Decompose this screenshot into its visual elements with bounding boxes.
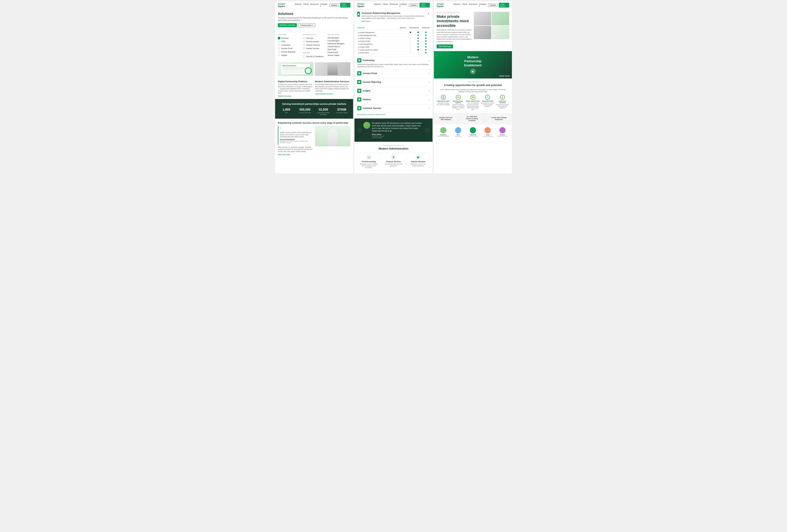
mega-private-equity[interactable]: Private Equity [327, 51, 350, 54]
mega-insights[interactable]: Insights [278, 53, 301, 57]
testimonial-title: Empowering customer success, across ever… [278, 121, 350, 125]
feature-icon [357, 58, 361, 62]
feature-header[interactable]: Platform ▾ [357, 97, 430, 102]
value-title: Build customer trust [466, 101, 480, 102]
crm-icon [278, 40, 280, 43]
dot-full [425, 40, 427, 42]
value-icon: 🤲 [470, 95, 475, 99]
nav2-clients[interactable]: Clients [383, 3, 388, 7]
col-enterprise: Enterprise [422, 27, 430, 28]
logo3: Juniper Square [437, 3, 450, 7]
nav3-clients[interactable]: Clients [462, 3, 467, 7]
expand-all-link[interactable]: Expand all [357, 26, 364, 29]
view-case-study-link[interactable]: View case study → [278, 154, 313, 155]
nav-right: Careers Learn more ▾ [329, 3, 350, 7]
digital-platform-feature: Digital Partnership Platform Providing G… [278, 80, 313, 97]
mega-venture-capital[interactable]: Venture Capital [327, 54, 350, 57]
nav-resources[interactable]: Resources [310, 3, 319, 7]
table-row: ▸ Investor Management [357, 31, 430, 34]
mega-treasury[interactable]: Treasury Services [303, 43, 325, 47]
mega-investor-reporting[interactable]: Investor Reporting [278, 50, 301, 53]
admin-card-desc: Delivering an end-to-end investor experi… [408, 163, 428, 167]
admin-card-icon: 📊 [366, 155, 371, 160]
table-row: ▸ Activity Tracking [357, 37, 430, 40]
pdf-download-link[interactable]: Download the summary of editions (PDF) [355, 113, 432, 117]
feature-header[interactable]: Investor Portal ▾ [357, 71, 430, 75]
stats-section: Serving investment partnerships across p… [275, 99, 353, 119]
solutions-title: Solutions [278, 12, 350, 16]
feature-section-investor-portal: Investor Portal ▾ [355, 69, 432, 78]
admin-card-icon: 🏦 [391, 155, 396, 160]
nav-company[interactable]: Company ▾ [320, 3, 327, 7]
admin-card-title: Investor Services [408, 161, 428, 162]
careers-hero-images [474, 12, 509, 48]
value-title: Think like an owner [437, 101, 450, 102]
nav2-cta[interactable]: Learn more ▾ [420, 3, 430, 7]
features-table: ▸ Investor Management ▸ Data Management … [357, 31, 430, 54]
nav-links: Solutions Clients Resources Company ▾ [295, 3, 327, 7]
mega-fund-accounting[interactable]: Fund Accounting [303, 40, 325, 43]
video-logo: Juniper Square [499, 75, 510, 77]
nav3-resources[interactable]: Resources [469, 3, 477, 7]
mega-fundraising[interactable]: Fundraising [278, 43, 301, 47]
value-item: 🏠 Think like an owner We build for the l… [437, 95, 450, 110]
nav3-careers[interactable]: Careers [488, 4, 497, 7]
mega-admin-overview[interactable]: Overview [303, 37, 325, 40]
mega-limited-partners[interactable]: Limited Partners [327, 45, 350, 48]
nav-clients[interactable]: Clients [303, 3, 309, 7]
testimonial-dark-section: ‹ We talked to every GP and sponsor in o… [355, 118, 432, 142]
mega-deal-managers[interactable]: Deal Managers [327, 37, 350, 39]
view-openings-button[interactable]: View Openings [437, 44, 453, 48]
stat-entities: 32,000 investment entities managed [315, 108, 332, 115]
nav3-solutions[interactable]: Solutions [453, 3, 461, 7]
svg-rect-1 [358, 60, 360, 61]
feature-header[interactable]: Insights ▾ [357, 89, 430, 93]
admin-card-desc: Streamlining capital calls and distribut… [384, 163, 403, 167]
mega-real-estate[interactable]: Real Estate [327, 48, 350, 51]
mega-overview[interactable]: Overview [278, 37, 301, 40]
testimonial-next-button[interactable]: › [426, 128, 430, 132]
mega-fund-managers[interactable]: Fund Managers [327, 39, 350, 42]
solutions-overview-button[interactable]: Solutions overview [278, 23, 297, 27]
stat-investor-accounts: 500,000 Investor accounts [296, 108, 314, 115]
table-row: ▸ Custom Fields [357, 46, 430, 48]
nav2-company[interactable]: Company ▾ [400, 3, 407, 7]
mega-investor-services[interactable]: Investor Services [303, 47, 325, 50]
nav2-resources[interactable]: Resources [390, 3, 398, 7]
mega-security[interactable]: Security & Compliance [303, 55, 325, 58]
team-member: Victoria Customer Success [496, 127, 509, 137]
nav3-cta[interactable]: Learn more ▾ [499, 3, 509, 7]
feature-header[interactable]: Investor Reporting ▾ [357, 80, 430, 84]
nav3-company[interactable]: Company ▾ [479, 3, 486, 7]
crm-collapse-icon[interactable]: ▲ [427, 12, 430, 15]
testimonial-prev-button[interactable]: ‹ [357, 128, 361, 132]
nav-cta[interactable]: Learn more ▾ [340, 3, 350, 7]
compare-plans-button[interactable]: Compare plans ▾ [298, 23, 315, 27]
dot-full [425, 35, 427, 36]
member-name: Victoria [496, 134, 509, 136]
feature-header[interactable]: Customer Success ▾ [357, 106, 430, 110]
mega-administration: ADMINISTRATION Overview Fund Accounting … [303, 34, 325, 58]
nav2-solutions[interactable]: Solutions [374, 3, 381, 7]
value-icon: 💡 [500, 95, 505, 99]
feature-desc: Modernized fundraising tools to reduce m… [357, 63, 430, 68]
video-section[interactable]: Modern Partnership Enablement ▶ Juniper … [434, 51, 512, 79]
team-member: Cole Engineering [451, 127, 465, 137]
feature-title: Fundraising [363, 59, 375, 62]
nav-solutions[interactable]: Solutions [295, 3, 302, 7]
mega-investor-portal[interactable]: Investor Portal [278, 47, 301, 50]
member-role: Engineering [451, 136, 465, 137]
video-play-button[interactable]: ▶ [470, 69, 476, 74]
member-avatar [440, 127, 446, 133]
nav-careers[interactable]: Careers [329, 4, 339, 7]
feature-section-investor-reporting: Investor Reporting ▾ [355, 78, 432, 87]
crm-learn-more-link[interactable]: Learn more → [362, 20, 427, 22]
nav2-careers[interactable]: Careers [409, 4, 418, 7]
feature-header[interactable]: Fundraising ▲ [357, 58, 430, 62]
dot-full [425, 52, 427, 53]
table-row: ▸ Data Management Tools [357, 34, 430, 37]
mega-institutional[interactable]: Institutional Managers [327, 42, 350, 45]
feature-chevron-icon: ▾ [429, 98, 430, 101]
mega-crm[interactable]: CRM [278, 40, 301, 43]
mega-who-we-serve: WHO WE SERVE Deal Managers Fund Managers… [327, 34, 350, 58]
